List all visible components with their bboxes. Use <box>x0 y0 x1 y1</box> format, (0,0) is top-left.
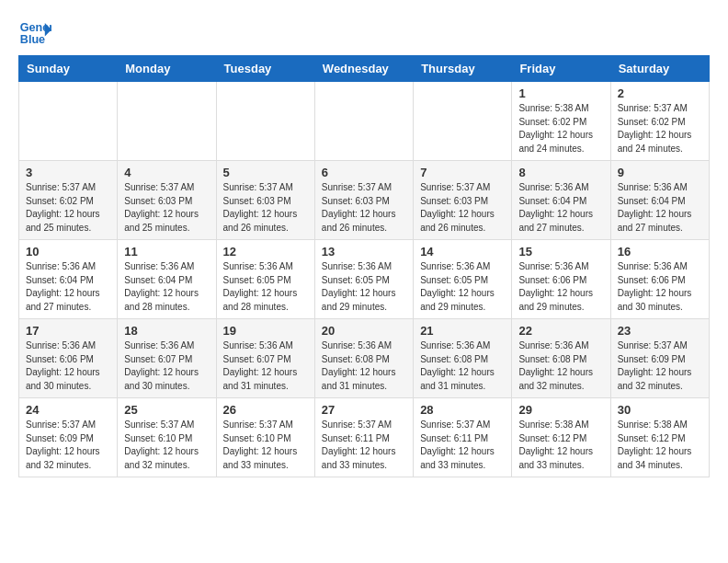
day-info: Sunrise: 5:36 AM Sunset: 6:08 PM Dayligh… <box>518 339 603 393</box>
day-info: Sunrise: 5:36 AM Sunset: 6:04 PM Dayligh… <box>518 181 603 235</box>
day-cell: 12Sunrise: 5:36 AM Sunset: 6:05 PM Dayli… <box>216 240 314 319</box>
day-info: Sunrise: 5:36 AM Sunset: 6:05 PM Dayligh… <box>420 260 505 314</box>
day-info: Sunrise: 5:37 AM Sunset: 6:03 PM Dayligh… <box>322 181 406 235</box>
logo-icon: General Blue <box>18 15 51 48</box>
day-cell: 6Sunrise: 5:37 AM Sunset: 6:03 PM Daylig… <box>314 161 413 240</box>
day-number: 3 <box>26 166 110 179</box>
day-info: Sunrise: 5:36 AM Sunset: 6:08 PM Dayligh… <box>322 339 406 393</box>
day-number: 10 <box>26 245 110 259</box>
day-cell: 24Sunrise: 5:37 AM Sunset: 6:09 PM Dayli… <box>19 398 118 477</box>
day-cell: 20Sunrise: 5:36 AM Sunset: 6:08 PM Dayli… <box>314 319 413 398</box>
weekday-wednesday: Wednesday <box>314 56 413 82</box>
day-info: Sunrise: 5:36 AM Sunset: 6:08 PM Dayligh… <box>420 339 505 393</box>
day-cell: 18Sunrise: 5:36 AM Sunset: 6:07 PM Dayli… <box>118 319 216 398</box>
day-cell: 9Sunrise: 5:36 AM Sunset: 6:04 PM Daylig… <box>610 161 709 240</box>
day-info: Sunrise: 5:37 AM Sunset: 6:10 PM Dayligh… <box>223 419 308 472</box>
week-row-4: 24Sunrise: 5:37 AM Sunset: 6:09 PM Dayli… <box>19 398 710 477</box>
weekday-saturday: Saturday <box>610 56 709 82</box>
day-number: 7 <box>420 166 505 179</box>
day-number: 4 <box>124 166 209 179</box>
day-number: 27 <box>322 403 406 417</box>
day-number: 2 <box>618 86 702 100</box>
day-number: 29 <box>518 403 603 417</box>
day-cell <box>216 82 314 161</box>
day-info: Sunrise: 5:38 AM Sunset: 6:02 PM Dayligh… <box>518 102 603 155</box>
day-number: 14 <box>420 245 505 259</box>
day-info: Sunrise: 5:38 AM Sunset: 6:12 PM Dayligh… <box>518 419 603 472</box>
day-number: 1 <box>518 86 603 100</box>
day-cell: 5Sunrise: 5:37 AM Sunset: 6:03 PM Daylig… <box>216 161 314 240</box>
day-number: 21 <box>420 324 505 338</box>
logo: General Blue <box>18 15 51 48</box>
day-cell: 26Sunrise: 5:37 AM Sunset: 6:10 PM Dayli… <box>216 398 314 477</box>
day-number: 19 <box>223 324 308 338</box>
day-cell: 14Sunrise: 5:36 AM Sunset: 6:05 PM Dayli… <box>414 240 512 319</box>
day-info: Sunrise: 5:36 AM Sunset: 6:05 PM Dayligh… <box>223 260 308 314</box>
day-cell: 16Sunrise: 5:36 AM Sunset: 6:06 PM Dayli… <box>610 240 709 319</box>
day-number: 8 <box>518 166 603 179</box>
day-cell: 15Sunrise: 5:36 AM Sunset: 6:06 PM Dayli… <box>512 240 610 319</box>
day-cell: 11Sunrise: 5:36 AM Sunset: 6:04 PM Dayli… <box>118 240 216 319</box>
day-cell: 25Sunrise: 5:37 AM Sunset: 6:10 PM Dayli… <box>118 398 216 477</box>
day-cell: 4Sunrise: 5:37 AM Sunset: 6:03 PM Daylig… <box>118 161 216 240</box>
day-cell: 10Sunrise: 5:36 AM Sunset: 6:04 PM Dayli… <box>19 240 118 319</box>
weekday-thursday: Thursday <box>414 56 512 82</box>
day-cell: 7Sunrise: 5:37 AM Sunset: 6:03 PM Daylig… <box>414 161 512 240</box>
svg-text:Blue: Blue <box>20 33 45 46</box>
day-cell: 23Sunrise: 5:37 AM Sunset: 6:09 PM Dayli… <box>610 319 709 398</box>
day-info: Sunrise: 5:37 AM Sunset: 6:03 PM Dayligh… <box>223 181 308 235</box>
day-cell: 22Sunrise: 5:36 AM Sunset: 6:08 PM Dayli… <box>512 319 610 398</box>
day-info: Sunrise: 5:37 AM Sunset: 6:02 PM Dayligh… <box>26 181 110 235</box>
day-info: Sunrise: 5:37 AM Sunset: 6:10 PM Dayligh… <box>124 419 209 472</box>
day-info: Sunrise: 5:38 AM Sunset: 6:12 PM Dayligh… <box>618 419 702 472</box>
day-info: Sunrise: 5:36 AM Sunset: 6:04 PM Dayligh… <box>26 260 110 314</box>
day-cell <box>414 82 512 161</box>
day-number: 11 <box>124 245 209 259</box>
day-cell <box>118 82 216 161</box>
day-number: 18 <box>124 324 209 338</box>
weekday-header-row: SundayMondayTuesdayWednesdayThursdayFrid… <box>19 56 710 82</box>
day-number: 22 <box>518 324 603 338</box>
day-cell: 28Sunrise: 5:37 AM Sunset: 6:11 PM Dayli… <box>414 398 512 477</box>
day-number: 30 <box>618 403 702 417</box>
day-info: Sunrise: 5:36 AM Sunset: 6:04 PM Dayligh… <box>124 260 209 314</box>
day-cell: 27Sunrise: 5:37 AM Sunset: 6:11 PM Dayli… <box>314 398 413 477</box>
day-number: 20 <box>322 324 406 338</box>
day-cell: 1Sunrise: 5:38 AM Sunset: 6:02 PM Daylig… <box>512 82 610 161</box>
weekday-sunday: Sunday <box>19 56 118 82</box>
day-number: 28 <box>420 403 505 417</box>
day-cell: 29Sunrise: 5:38 AM Sunset: 6:12 PM Dayli… <box>512 398 610 477</box>
day-info: Sunrise: 5:36 AM Sunset: 6:05 PM Dayligh… <box>322 260 406 314</box>
day-cell <box>19 82 118 161</box>
day-cell: 21Sunrise: 5:36 AM Sunset: 6:08 PM Dayli… <box>414 319 512 398</box>
week-row-0: 1Sunrise: 5:38 AM Sunset: 6:02 PM Daylig… <box>19 82 710 161</box>
day-number: 13 <box>322 245 406 259</box>
day-info: Sunrise: 5:37 AM Sunset: 6:03 PM Dayligh… <box>420 181 505 235</box>
day-cell <box>314 82 413 161</box>
day-number: 26 <box>223 403 308 417</box>
day-info: Sunrise: 5:36 AM Sunset: 6:06 PM Dayligh… <box>26 339 110 393</box>
day-number: 25 <box>124 403 209 417</box>
week-row-3: 17Sunrise: 5:36 AM Sunset: 6:06 PM Dayli… <box>19 319 710 398</box>
week-row-2: 10Sunrise: 5:36 AM Sunset: 6:04 PM Dayli… <box>19 240 710 319</box>
calendar-table: SundayMondayTuesdayWednesdayThursdayFrid… <box>18 55 710 477</box>
day-number: 6 <box>322 166 406 179</box>
day-info: Sunrise: 5:37 AM Sunset: 6:11 PM Dayligh… <box>420 419 505 472</box>
day-cell: 8Sunrise: 5:36 AM Sunset: 6:04 PM Daylig… <box>512 161 610 240</box>
header: General Blue <box>18 15 710 48</box>
day-number: 17 <box>26 324 110 338</box>
day-info: Sunrise: 5:36 AM Sunset: 6:06 PM Dayligh… <box>618 260 702 314</box>
day-number: 24 <box>26 403 110 417</box>
day-cell: 2Sunrise: 5:37 AM Sunset: 6:02 PM Daylig… <box>610 82 709 161</box>
day-info: Sunrise: 5:37 AM Sunset: 6:09 PM Dayligh… <box>618 339 702 393</box>
day-info: Sunrise: 5:36 AM Sunset: 6:07 PM Dayligh… <box>223 339 308 393</box>
day-number: 16 <box>618 245 702 259</box>
day-info: Sunrise: 5:37 AM Sunset: 6:09 PM Dayligh… <box>26 419 110 472</box>
weekday-monday: Monday <box>118 56 216 82</box>
day-info: Sunrise: 5:36 AM Sunset: 6:06 PM Dayligh… <box>518 260 603 314</box>
day-number: 12 <box>223 245 308 259</box>
weekday-friday: Friday <box>512 56 610 82</box>
weekday-tuesday: Tuesday <box>216 56 314 82</box>
day-number: 15 <box>518 245 603 259</box>
week-row-1: 3Sunrise: 5:37 AM Sunset: 6:02 PM Daylig… <box>19 161 710 240</box>
